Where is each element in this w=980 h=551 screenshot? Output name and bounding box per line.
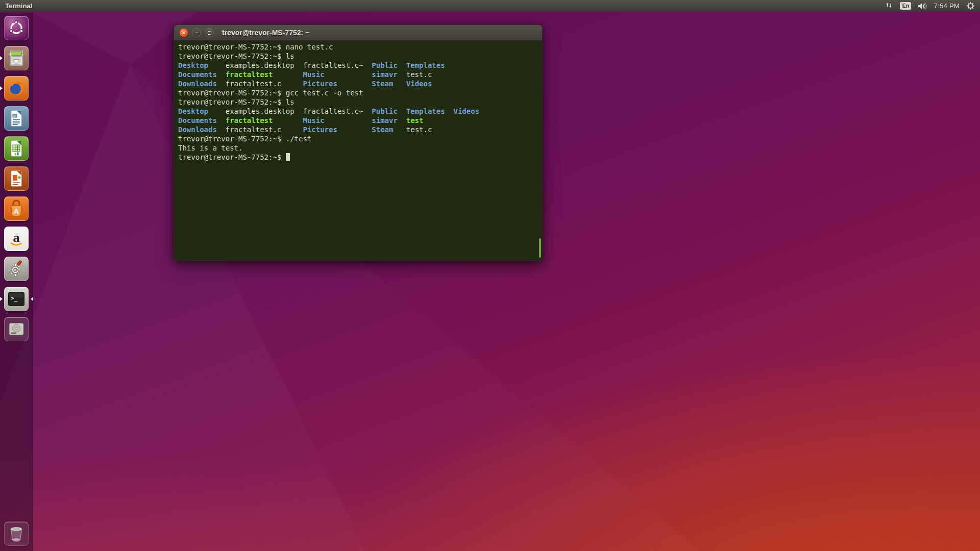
terminal-line: Desktop examples.desktop fractaltest.c~ …: [178, 61, 542, 70]
running-indicator-arrow: [0, 56, 3, 60]
terminal-scrollbar-thumb[interactable]: [539, 238, 541, 258]
libreoffice-writer-icon: [6, 108, 27, 129]
launcher-item-terminal[interactable]: >_: [4, 287, 29, 311]
terminal-content-area[interactable]: trevor@trevor-MS-7752:~$ nano test.ctrev…: [174, 41, 542, 260]
app-menu-title[interactable]: Terminal: [0, 2, 32, 10]
close-button[interactable]: ×: [179, 28, 188, 37]
terminal-line: trevor@trevor-MS-7752:~$ gcc test.c -o t…: [178, 88, 542, 97]
terminal-line: This is a test.: [178, 143, 542, 153]
amazon-icon: a: [6, 229, 27, 249]
launcher-item-disks[interactable]: [4, 317, 29, 341]
running-indicator-arrow: [0, 297, 3, 301]
svg-text:A: A: [14, 207, 19, 215]
terminal-line: trevor@trevor-MS-7752:~$ nano test.c: [178, 42, 542, 52]
terminal-icon: >_: [6, 289, 27, 309]
network-arrows-icon[interactable]: [885, 2, 893, 10]
focused-indicator-arrow: [31, 297, 33, 301]
session-gear-icon[interactable]: [966, 2, 975, 10]
terminal-line: trevor@trevor-MS-7752:~$ ls: [178, 97, 542, 107]
terminal-line: Downloads fractaltest.c Pictures Steam V…: [178, 79, 542, 88]
window-controls: × −: [179, 28, 214, 37]
clock[interactable]: 7:54 PM: [934, 2, 960, 10]
window-title-bar[interactable]: × − trevor@trevor-MS-7752: ~: [174, 25, 542, 41]
system-tray: En 7:54 PM: [885, 2, 980, 10]
launcher-item-trash[interactable]: [4, 521, 29, 546]
running-indicator-arrow: [0, 86, 3, 90]
launcher-item-libreoffice-writer[interactable]: [4, 106, 29, 131]
launcher-item-libreoffice-calc[interactable]: [4, 136, 29, 161]
launcher-item-amazon[interactable]: a: [4, 227, 29, 251]
svg-text:>_: >_: [11, 295, 18, 302]
window-title: trevor@trevor-MS-7752: ~: [222, 29, 309, 37]
libreoffice-impress-icon: [6, 168, 27, 189]
keyboard-layout-indicator[interactable]: En: [900, 2, 911, 10]
software-center-icon: A: [6, 198, 27, 219]
firefox-icon: [6, 78, 27, 98]
maximize-icon: [208, 31, 211, 35]
launcher-item-files[interactable]: [4, 46, 29, 70]
terminal-line: trevor@trevor-MS-7752:~$ ./test: [178, 134, 542, 143]
terminal-line: trevor@trevor-MS-7752:~$: [178, 153, 542, 162]
terminal-line: Documents fractaltest Music simavr test.…: [178, 70, 542, 79]
terminal-line: Documents fractaltest Music simavr test: [178, 116, 542, 125]
terminal-line: Desktop examples.desktop fractaltest.c~ …: [178, 107, 542, 116]
terminal-line: trevor@trevor-MS-7752:~$ ls: [178, 52, 542, 61]
terminal-output: trevor@trevor-MS-7752:~$ nano test.ctrev…: [178, 42, 542, 162]
launcher-item-libreoffice-impress[interactable]: [4, 166, 29, 191]
maximize-button[interactable]: [205, 28, 214, 37]
launcher-item-firefox[interactable]: [4, 76, 29, 101]
unity-launcher: A a: [0, 13, 33, 551]
files-icon: [6, 48, 27, 68]
launcher-item-system-settings[interactable]: [4, 257, 29, 281]
disk-icon: [6, 319, 27, 339]
svg-text:a: a: [13, 230, 20, 245]
terminal-window: × − trevor@trevor-MS-7752: ~ trevor@trev…: [174, 24, 543, 261]
trash-icon: [6, 523, 27, 544]
launcher-item-dash[interactable]: [4, 16, 29, 40]
volume-icon[interactable]: [918, 2, 927, 10]
top-panel: Terminal En 7:54 PM: [0, 0, 980, 12]
minimize-button[interactable]: −: [192, 28, 201, 37]
ubuntu-dash-icon: [6, 18, 27, 38]
launcher-item-software-center[interactable]: A: [4, 196, 29, 221]
terminal-line: Downloads fractaltest.c Pictures Steam t…: [178, 125, 542, 134]
libreoffice-calc-icon: [6, 138, 27, 159]
system-settings-icon: [6, 259, 27, 279]
